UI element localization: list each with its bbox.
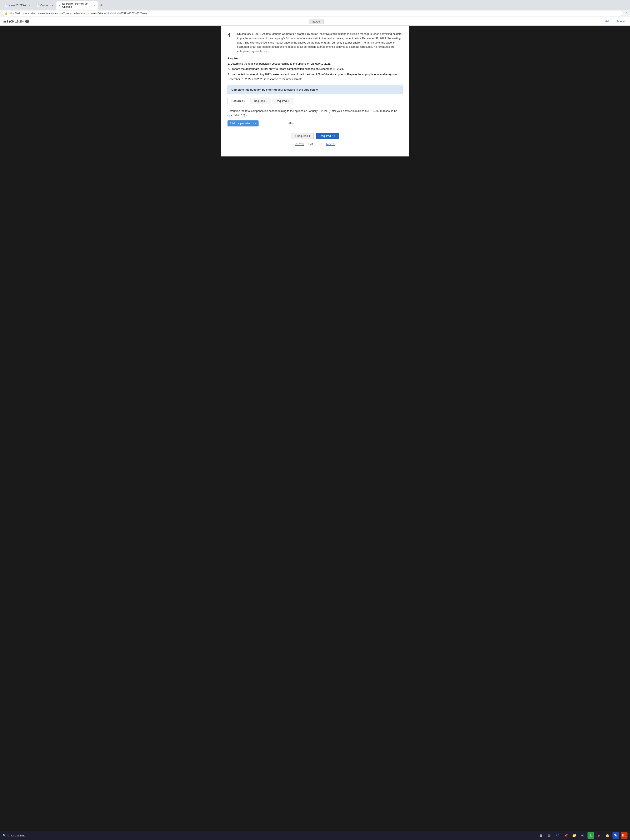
main-content: 4 On January 1, 2021, Adams-Meneke Corpo…: [221, 25, 409, 156]
taskbar-icon-bb[interactable]: Bb: [621, 832, 627, 839]
tabs-row: Required 1 Required 2 Required 3: [227, 98, 403, 104]
page-title: m 3 (CH 18-20): [3, 20, 24, 23]
tab-label: During Its First Year Of Operatio: [62, 3, 92, 8]
tab-required-1[interactable]: Required 1: [227, 98, 249, 104]
taskbar: 🔍 ch for anything ⊞ ⊡ C 📌 📁 ✉ L ▶ 🔔 W Bb: [0, 831, 630, 840]
taskbar-icon-word[interactable]: W: [613, 832, 619, 839]
next-button[interactable]: Next >: [326, 142, 335, 146]
page-title-area: m 3 (CH 18-20) i: [3, 20, 29, 23]
instruction-text: Complete this question by entering your …: [232, 88, 318, 91]
tab-favicon: C: [59, 4, 61, 7]
answer-input[interactable]: [260, 121, 285, 126]
bookmark-icon[interactable]: ☆: [625, 11, 628, 16]
unit-label: million: [287, 121, 295, 126]
taskbar-icon-folder[interactable]: 📁: [571, 832, 578, 839]
required-section-label: Required:: [227, 57, 403, 60]
saved-area: Saved: [309, 20, 324, 23]
taskbar-icon-edge[interactable]: C: [554, 832, 561, 839]
required-items: 1. Determine the total compensation cost…: [227, 61, 403, 82]
prev-required-button[interactable]: < Required 1: [291, 133, 314, 139]
problem-text: On January 1, 2021, Adams-Meneke Corpora…: [237, 32, 403, 54]
instruction-box: Complete this question by entering your …: [227, 85, 403, 95]
required-section: Required: 1. Determine the total compens…: [227, 57, 403, 82]
tab-favicon: 📄: [4, 4, 7, 7]
taskbar-icon-pin[interactable]: 📌: [562, 832, 569, 839]
tab-content: Determine the total compensation cost pe…: [227, 107, 403, 129]
grid-icon[interactable]: ⊞: [319, 142, 322, 146]
required-item-2: 2. Prepare the appropriate journal entry…: [227, 66, 403, 71]
next-required-button[interactable]: Required 2 >: [316, 133, 339, 139]
bottom-nav: < Prev 4 of 6 ⊞ Next >: [227, 139, 403, 150]
problem-container: 4 On January 1, 2021, Adams-Meneke Corpo…: [227, 30, 403, 152]
taskbar-icon-media[interactable]: ▶: [596, 832, 603, 839]
next-required-label: Required 2 >: [320, 134, 335, 137]
taskbar-search-text[interactable]: ch for anything: [8, 834, 25, 837]
address-bar-row: 🔒 https://ezto.mheducation.com/ext/map/i…: [0, 9, 630, 17]
tab-label: Connect: [40, 4, 50, 7]
tab-label: irde – 2020FA-A: [8, 4, 27, 7]
lock-icon: 🔒: [5, 12, 8, 15]
tab-close-icon[interactable]: ✕: [52, 4, 54, 7]
taskbar-icon-task[interactable]: ⊡: [546, 832, 553, 839]
tab-favicon: 📄: [36, 4, 39, 7]
prev-button[interactable]: < Prev: [295, 142, 304, 146]
info-icon[interactable]: i: [25, 20, 29, 23]
search-icon: 🔍: [3, 834, 6, 837]
answer-label: Total compensation cost: [227, 120, 259, 126]
tab-required-3[interactable]: Required 3: [272, 98, 293, 104]
taskbar-icon-start[interactable]: ⊞: [537, 832, 544, 839]
saved-badge: Saved: [309, 19, 324, 24]
required-item-1: 1. Determine the total compensation cost…: [227, 61, 403, 66]
tab-close-icon[interactable]: ✕: [29, 4, 31, 7]
address-bar[interactable]: 🔒 https://ezto.mheducation.com/ext/map/i…: [2, 11, 623, 16]
taskbar-icons: ⊞ ⊡ C 📌 📁 ✉ L ▶ 🔔 W Bb: [537, 832, 627, 839]
required-item-3: 3. Unexpected turnover during 2022 cause…: [227, 72, 403, 82]
tab-active[interactable]: C During Its First Year Of Operatio ✕: [57, 1, 98, 9]
new-tab-button[interactable]: +: [98, 3, 104, 8]
browser-chrome: 📄 irde – 2020FA-A ✕ 📄 Connect ✕ C During…: [0, 0, 630, 17]
url-text: https://ezto.mheducation.com/ext/map/ind…: [9, 12, 149, 15]
tab-close-icon[interactable]: ✕: [94, 4, 96, 7]
tab-required-2[interactable]: Required 2: [250, 98, 271, 104]
page-indicator: 4 of 6: [308, 142, 315, 146]
page-header: m 3 (CH 18-20) i Saved Help Save &: [0, 17, 630, 25]
header-actions: Help Save &: [603, 19, 627, 24]
taskbar-search: 🔍 ch for anything: [3, 834, 25, 837]
problem-number: 4: [227, 32, 234, 38]
total-pages: 6: [314, 142, 315, 146]
tab-irde[interactable]: 📄 irde – 2020FA-A ✕: [2, 3, 33, 8]
taskbar-icon-l[interactable]: L: [587, 832, 594, 839]
of-text: of: [310, 142, 313, 146]
save-button[interactable]: Save &: [614, 19, 627, 24]
tabs-container: Required 1 Required 2 Required 3 Determi…: [227, 98, 403, 139]
tab-bar: 📄 irde – 2020FA-A ✕ 📄 Connect ✕ C During…: [0, 0, 630, 9]
problem-number-row: 4 On January 1, 2021, Adams-Meneke Corpo…: [227, 32, 403, 54]
nav-buttons: < Required 1 Required 2 >: [227, 133, 403, 139]
taskbar-icon-mail[interactable]: ✉: [579, 832, 586, 839]
tab-description: Determine the total compensation cost pe…: [227, 109, 403, 118]
answer-row: Total compensation cost million: [227, 120, 403, 126]
current-page: 4: [308, 142, 309, 146]
help-button[interactable]: Help: [603, 19, 612, 24]
taskbar-icon-bell[interactable]: 🔔: [604, 832, 611, 839]
tab-connect[interactable]: 📄 Connect ✕: [33, 3, 56, 8]
